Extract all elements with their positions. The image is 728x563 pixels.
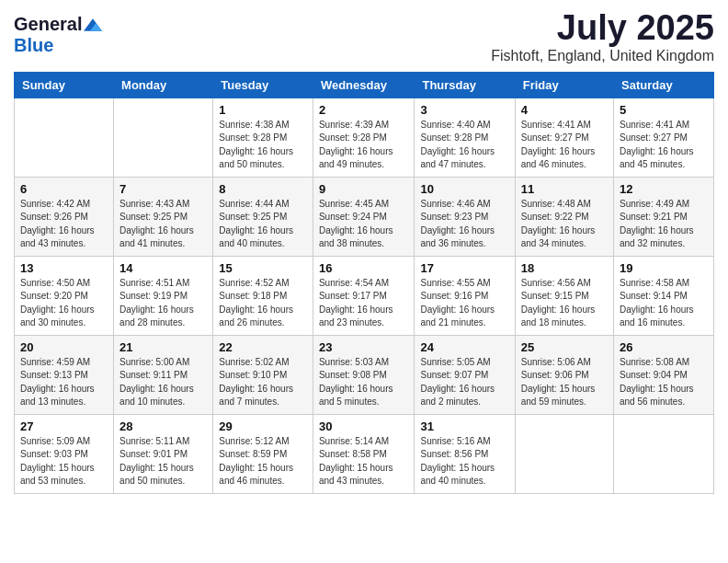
title-section: July 2025 Fishtoft, England, United King… [491, 9, 714, 64]
day-info: Sunrise: 4:42 AM Sunset: 9:26 PM Dayligh… [20, 198, 108, 251]
calendar-cell: 24Sunrise: 5:05 AM Sunset: 9:07 PM Dayli… [415, 335, 515, 414]
calendar-week-row: 6Sunrise: 4:42 AM Sunset: 9:26 PM Daylig… [15, 177, 714, 256]
day-number: 26 [620, 340, 708, 354]
day-info: Sunrise: 4:52 AM Sunset: 9:18 PM Dayligh… [219, 277, 307, 330]
calendar-cell [15, 98, 114, 177]
day-info: Sunrise: 5:00 AM Sunset: 9:11 PM Dayligh… [119, 356, 207, 409]
day-number: 7 [119, 182, 207, 196]
day-info: Sunrise: 4:38 AM Sunset: 9:28 PM Dayligh… [219, 119, 307, 172]
calendar-cell: 25Sunrise: 5:06 AM Sunset: 9:06 PM Dayli… [515, 335, 613, 414]
calendar-week-row: 27Sunrise: 5:09 AM Sunset: 9:03 PM Dayli… [15, 414, 714, 493]
day-number: 9 [319, 182, 409, 196]
day-number: 16 [319, 261, 409, 275]
day-info: Sunrise: 4:58 AM Sunset: 9:14 PM Dayligh… [620, 277, 708, 330]
day-number: 25 [521, 340, 608, 354]
day-info: Sunrise: 5:11 AM Sunset: 9:01 PM Dayligh… [119, 435, 207, 488]
calendar-cell: 31Sunrise: 5:16 AM Sunset: 8:56 PM Dayli… [415, 414, 515, 493]
calendar-cell: 20Sunrise: 4:59 AM Sunset: 9:13 PM Dayli… [15, 335, 114, 414]
calendar-cell: 15Sunrise: 4:52 AM Sunset: 9:18 PM Dayli… [213, 256, 313, 335]
calendar-cell: 18Sunrise: 4:56 AM Sunset: 9:15 PM Dayli… [515, 256, 613, 335]
logo: General Blue [14, 14, 102, 56]
calendar-cell: 21Sunrise: 5:00 AM Sunset: 9:11 PM Dayli… [114, 335, 213, 414]
calendar-cell: 9Sunrise: 4:45 AM Sunset: 9:24 PM Daylig… [313, 177, 415, 256]
calendar-cell: 26Sunrise: 5:08 AM Sunset: 9:04 PM Dayli… [614, 335, 714, 414]
day-info: Sunrise: 4:45 AM Sunset: 9:24 PM Dayligh… [319, 198, 409, 251]
calendar-cell: 29Sunrise: 5:12 AM Sunset: 8:59 PM Dayli… [213, 414, 313, 493]
calendar-cell: 30Sunrise: 5:14 AM Sunset: 8:58 PM Dayli… [313, 414, 415, 493]
day-number: 2 [319, 103, 409, 117]
day-number: 6 [20, 182, 108, 196]
day-number: 1 [219, 103, 307, 117]
day-number: 23 [319, 340, 409, 354]
calendar-cell: 13Sunrise: 4:50 AM Sunset: 9:20 PM Dayli… [15, 256, 114, 335]
day-info: Sunrise: 5:05 AM Sunset: 9:07 PM Dayligh… [420, 356, 508, 409]
location: Fishtoft, England, United Kingdom [491, 48, 714, 64]
day-info: Sunrise: 4:59 AM Sunset: 9:13 PM Dayligh… [20, 356, 108, 409]
day-info: Sunrise: 4:48 AM Sunset: 9:22 PM Dayligh… [521, 198, 608, 251]
calendar-cell: 28Sunrise: 5:11 AM Sunset: 9:01 PM Dayli… [114, 414, 213, 493]
day-info: Sunrise: 5:12 AM Sunset: 8:59 PM Dayligh… [219, 435, 307, 488]
calendar-cell: 14Sunrise: 4:51 AM Sunset: 9:19 PM Dayli… [114, 256, 213, 335]
calendar-cell: 6Sunrise: 4:42 AM Sunset: 9:26 PM Daylig… [15, 177, 114, 256]
day-info: Sunrise: 4:50 AM Sunset: 9:20 PM Dayligh… [20, 277, 108, 330]
weekday-header-wednesday: Wednesday [313, 72, 415, 98]
day-info: Sunrise: 4:41 AM Sunset: 9:27 PM Dayligh… [620, 119, 708, 172]
day-info: Sunrise: 4:55 AM Sunset: 9:16 PM Dayligh… [420, 277, 508, 330]
calendar-week-row: 1Sunrise: 4:38 AM Sunset: 9:28 PM Daylig… [15, 98, 714, 177]
calendar-cell: 4Sunrise: 4:41 AM Sunset: 9:27 PM Daylig… [515, 98, 613, 177]
day-number: 17 [420, 261, 508, 275]
day-info: Sunrise: 4:43 AM Sunset: 9:25 PM Dayligh… [119, 198, 207, 251]
day-info: Sunrise: 5:06 AM Sunset: 9:06 PM Dayligh… [521, 356, 608, 409]
calendar-cell: 27Sunrise: 5:09 AM Sunset: 9:03 PM Dayli… [15, 414, 114, 493]
day-number: 11 [521, 182, 608, 196]
day-info: Sunrise: 4:40 AM Sunset: 9:28 PM Dayligh… [420, 119, 508, 172]
day-info: Sunrise: 4:49 AM Sunset: 9:21 PM Dayligh… [620, 198, 708, 251]
day-info: Sunrise: 5:02 AM Sunset: 9:10 PM Dayligh… [219, 356, 307, 409]
day-number: 3 [420, 103, 508, 117]
day-number: 19 [620, 261, 708, 275]
page-header: General Blue July 2025 Fishtoft, England… [14, 9, 714, 64]
day-number: 13 [20, 261, 108, 275]
day-number: 24 [420, 340, 508, 354]
day-number: 28 [119, 419, 207, 433]
calendar-cell: 7Sunrise: 4:43 AM Sunset: 9:25 PM Daylig… [114, 177, 213, 256]
calendar-cell: 22Sunrise: 5:02 AM Sunset: 9:10 PM Dayli… [213, 335, 313, 414]
day-number: 5 [620, 103, 708, 117]
day-number: 14 [119, 261, 207, 275]
calendar-cell: 10Sunrise: 4:46 AM Sunset: 9:23 PM Dayli… [415, 177, 515, 256]
day-number: 27 [20, 419, 108, 433]
calendar-cell: 17Sunrise: 4:55 AM Sunset: 9:16 PM Dayli… [415, 256, 515, 335]
weekday-header-thursday: Thursday [415, 72, 515, 98]
day-info: Sunrise: 5:03 AM Sunset: 9:08 PM Dayligh… [319, 356, 409, 409]
day-number: 30 [319, 419, 409, 433]
logo-blue: Blue [14, 35, 53, 56]
day-info: Sunrise: 4:54 AM Sunset: 9:17 PM Dayligh… [319, 277, 409, 330]
calendar-cell: 1Sunrise: 4:38 AM Sunset: 9:28 PM Daylig… [213, 98, 313, 177]
calendar-cell: 12Sunrise: 4:49 AM Sunset: 9:21 PM Dayli… [614, 177, 714, 256]
day-number: 22 [219, 340, 307, 354]
calendar-cell [515, 414, 613, 493]
calendar-cell: 23Sunrise: 5:03 AM Sunset: 9:08 PM Dayli… [313, 335, 415, 414]
calendar-cell: 3Sunrise: 4:40 AM Sunset: 9:28 PM Daylig… [415, 98, 515, 177]
day-number: 15 [219, 261, 307, 275]
day-info: Sunrise: 4:39 AM Sunset: 9:28 PM Dayligh… [319, 119, 409, 172]
day-info: Sunrise: 4:41 AM Sunset: 9:27 PM Dayligh… [521, 119, 608, 172]
calendar-cell: 19Sunrise: 4:58 AM Sunset: 9:14 PM Dayli… [614, 256, 714, 335]
day-info: Sunrise: 5:14 AM Sunset: 8:58 PM Dayligh… [319, 435, 409, 488]
calendar-week-row: 20Sunrise: 4:59 AM Sunset: 9:13 PM Dayli… [15, 335, 714, 414]
day-info: Sunrise: 4:51 AM Sunset: 9:19 PM Dayligh… [119, 277, 207, 330]
weekday-header-tuesday: Tuesday [213, 72, 313, 98]
logo-icon [84, 16, 102, 34]
month-title: July 2025 [491, 9, 714, 48]
weekday-header-sunday: Sunday [15, 72, 114, 98]
day-number: 21 [119, 340, 207, 354]
day-info: Sunrise: 5:16 AM Sunset: 8:56 PM Dayligh… [420, 435, 508, 488]
calendar-cell: 16Sunrise: 4:54 AM Sunset: 9:17 PM Dayli… [313, 256, 415, 335]
day-number: 4 [521, 103, 608, 117]
calendar-cell [114, 98, 213, 177]
calendar-week-row: 13Sunrise: 4:50 AM Sunset: 9:20 PM Dayli… [15, 256, 714, 335]
day-info: Sunrise: 4:56 AM Sunset: 9:15 PM Dayligh… [521, 277, 608, 330]
day-info: Sunrise: 4:46 AM Sunset: 9:23 PM Dayligh… [420, 198, 508, 251]
day-number: 8 [219, 182, 307, 196]
weekday-header-monday: Monday [114, 72, 213, 98]
